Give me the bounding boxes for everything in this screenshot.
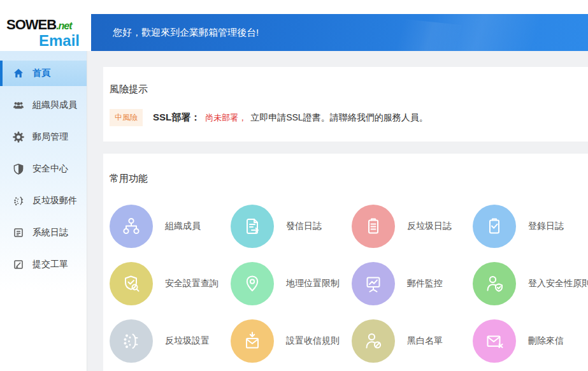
function-shortcut-12[interactable]: 刪除來信: [473, 319, 588, 363]
login-policy-icon: [473, 262, 516, 305]
function-shortcut-6[interactable]: 地理位置限制: [231, 262, 352, 305]
welcome-message: 您好，歡迎來到企業郵箱管理後台!: [91, 27, 259, 39]
function-shortcut-label: 黑白名單: [407, 335, 443, 347]
function-shortcut-label: 組織成員: [165, 221, 201, 232]
sidebar-item-2[interactable]: 組織與成員: [0, 92, 87, 118]
main-layout: 首頁組織與成員郵局管理安全中心反垃圾郵件系統日誌提交工單 風險提示 中風險 SS…: [0, 51, 588, 371]
logo-product: Email: [6, 32, 80, 50]
geo-limit-icon: [231, 262, 274, 305]
sidebar-item-4[interactable]: 安全中心: [0, 156, 87, 182]
sidebar-item-label: 系統日誌: [32, 227, 68, 238]
system-log-icon: [13, 227, 24, 238]
function-shortcut-label: 登入安全性原則: [528, 278, 588, 289]
sidebar-item-5[interactable]: 反垃圾郵件: [0, 188, 87, 214]
functions-grid: 組織成員發信日誌反垃圾日誌登錄日誌安全設置查詢地理位置限制郵件監控登入安全性原則…: [110, 205, 588, 363]
welcome-banner: 您好，歡迎來到企業郵箱管理後台!: [91, 14, 588, 51]
send-log-icon: [231, 205, 274, 248]
function-shortcut-label: 設置收信規則: [286, 335, 340, 347]
function-shortcut-label: 地理位置限制: [286, 278, 340, 289]
submit-ticket-icon: [13, 259, 24, 270]
blackwhite-list-icon: [352, 319, 395, 363]
sidebar-item-7[interactable]: 提交工單: [0, 252, 87, 277]
antispam-settings-icon: [110, 319, 153, 363]
function-shortcut-5[interactable]: 安全設置查詢: [110, 262, 231, 305]
antispam-icon: [13, 195, 24, 207]
antispam-log-icon: [352, 205, 395, 248]
home-icon: [13, 68, 24, 79]
function-shortcut-label: 安全設置查詢: [165, 278, 219, 289]
function-shortcut-label: 刪除來信: [528, 335, 564, 347]
logo-brand: SOWEB: [6, 17, 56, 33]
function-shortcut-4[interactable]: 登錄日誌: [473, 205, 588, 248]
function-shortcut-label: 郵件監控: [407, 278, 443, 289]
function-shortcut-3[interactable]: 反垃圾日誌: [352, 205, 473, 248]
content-area: 風險提示 中風險 SSL部署： 尚未部署， 立即申請SSL證書。請聯絡我們的服務…: [87, 51, 588, 371]
function-shortcut-label: 發信日誌: [286, 221, 322, 232]
app-logo: SOWEB.net Email: [0, 14, 87, 51]
mail-monitor-icon: [352, 262, 395, 305]
sidebar-nav: 首頁組織與成員郵局管理安全中心反垃圾郵件系統日誌提交工單: [0, 51, 87, 371]
sidebar-item-3[interactable]: 郵局管理: [0, 124, 87, 150]
sidebar-item-label: 組織與成員: [32, 99, 77, 111]
receive-rules-icon: [231, 319, 274, 363]
ssl-action-text: 立即申請SSL證書。請聯絡我們的服務人員。: [250, 112, 427, 124]
ssl-deploy-label: SSL部署：: [153, 112, 200, 124]
risk-row: 中風險 SSL部署： 尚未部署， 立即申請SSL證書。請聯絡我們的服務人員。: [110, 109, 582, 126]
function-shortcut-label: 反垃圾日誌: [407, 221, 452, 232]
logo-tld: .net: [56, 20, 71, 31]
sidebar-item-label: 首頁: [32, 68, 50, 79]
function-shortcut-10[interactable]: 設置收信規則: [231, 319, 352, 363]
ssl-status-text: 尚未部署，: [205, 112, 247, 124]
risk-notice-card: 風險提示 中風險 SSL部署： 尚未部署， 立即申請SSL證書。請聯絡我們的服務…: [103, 67, 588, 142]
function-shortcut-label: 反垃圾設置: [165, 335, 210, 347]
delete-mail-icon: [473, 319, 516, 363]
gear-icon: [13, 131, 24, 143]
sidebar-item-label: 郵局管理: [32, 131, 68, 143]
function-shortcut-9[interactable]: 反垃圾設置: [110, 319, 231, 363]
org-members-icon: [110, 205, 153, 248]
function-shortcut-label: 登錄日誌: [528, 221, 564, 232]
function-shortcut-2[interactable]: 發信日誌: [231, 205, 352, 248]
security-check-icon: [110, 262, 153, 305]
risk-level-badge: 中風險: [110, 109, 143, 126]
shield-icon: [13, 163, 24, 175]
function-shortcut-7[interactable]: 郵件監控: [352, 262, 473, 305]
sidebar-item-1[interactable]: 首頁: [0, 61, 87, 86]
users-icon: [13, 99, 24, 111]
sidebar-item-label: 安全中心: [32, 163, 68, 175]
functions-card-title: 常用功能: [110, 173, 588, 185]
top-bar: SOWEB.net Email 您好，歡迎來到企業郵箱管理後台!: [0, 0, 588, 51]
function-shortcut-8[interactable]: 登入安全性原則: [473, 262, 588, 305]
risk-card-title: 風險提示: [110, 84, 582, 96]
function-shortcut-1[interactable]: 組織成員: [110, 205, 231, 248]
sidebar-item-label: 反垃圾郵件: [32, 195, 77, 207]
common-functions-card: 常用功能 組織成員發信日誌反垃圾日誌登錄日誌安全設置查詢地理位置限制郵件監控登入…: [103, 154, 588, 371]
function-shortcut-11[interactable]: 黑白名單: [352, 319, 473, 363]
logo-line-1: SOWEB.net: [6, 17, 87, 33]
sidebar-item-label: 提交工單: [32, 259, 68, 270]
login-log-icon: [473, 205, 516, 248]
sidebar-item-6[interactable]: 系統日誌: [0, 220, 87, 245]
